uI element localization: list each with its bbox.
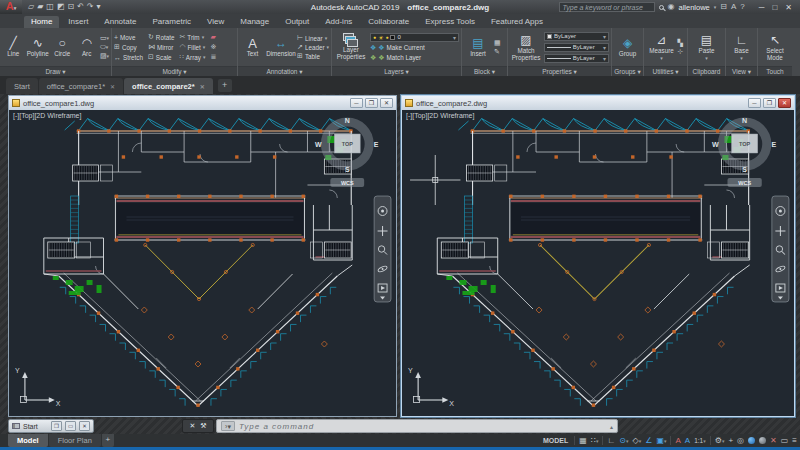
model-space-toggle[interactable]: MODEL bbox=[543, 437, 568, 444]
search-input[interactable]: Type a keyword or phrase bbox=[559, 2, 655, 12]
snap-mode-icon[interactable]: ∷▾ bbox=[591, 434, 599, 448]
app-menu-button[interactable]: A▾ bbox=[0, 0, 22, 14]
linetype-select[interactable]: ByLayer▾ bbox=[544, 54, 609, 63]
move-button[interactable]: +Move bbox=[114, 33, 143, 41]
floor-plan-drawing[interactable]: WNESTOPWCSXY bbox=[402, 110, 794, 416]
ribbon-tab-collaborate[interactable]: Collaborate bbox=[361, 16, 416, 28]
copy-button[interactable]: ⊞Copy bbox=[114, 43, 143, 51]
panel-title-utilities[interactable]: Utilities ▾ bbox=[644, 66, 687, 76]
redo-icon[interactable]: ↷ bbox=[87, 0, 94, 14]
ribbon-tab-output[interactable]: Output bbox=[278, 16, 316, 28]
customize-plus-icon[interactable]: + bbox=[728, 434, 733, 447]
viewcube-wcs-label[interactable]: WCS bbox=[341, 180, 354, 186]
drawing-window-titlebar[interactable]: office_compare2.dwg ─ ❐ ✕ bbox=[402, 96, 794, 110]
ribbon-tab-featured-apps[interactable]: Featured Apps bbox=[484, 16, 550, 28]
viewcube-north[interactable]: N bbox=[345, 117, 350, 124]
new-layout-button[interactable]: + bbox=[102, 434, 114, 447]
file-tab-start[interactable]: Start bbox=[6, 78, 38, 94]
command-recent-icon[interactable]: ›▾ bbox=[221, 421, 235, 431]
close-app-icon[interactable]: ✕ bbox=[785, 3, 792, 12]
linear-button[interactable]: ⊢Linear▾ bbox=[297, 34, 329, 42]
arc-button[interactable]: ◠ Arc bbox=[75, 36, 97, 58]
viewcube-top-label[interactable]: TOP bbox=[342, 141, 353, 147]
isometric-drafting-icon[interactable]: ◇▾ bbox=[633, 434, 642, 448]
command-line-input[interactable]: ›▾ Type a command ▴ bbox=[216, 419, 618, 433]
model-space-canvas[interactable]: WNESTOPWCSXY [-][Top][2D Wireframe] bbox=[9, 110, 396, 416]
ribbon-tab-addins[interactable]: Add-ins bbox=[318, 16, 359, 28]
viewcube-north[interactable]: N bbox=[742, 117, 747, 124]
rectangle-tool-icon[interactable]: ▭▾ bbox=[100, 34, 109, 42]
annotation-visibility-icon[interactable]: A bbox=[675, 434, 680, 447]
command-customize-wrench-icon[interactable]: ⚒ bbox=[200, 422, 206, 430]
ribbon-tab-manage[interactable]: Manage bbox=[233, 16, 276, 28]
new-icon[interactable]: ▱ bbox=[28, 0, 34, 14]
panel-title-draw[interactable]: Draw ▾ bbox=[0, 66, 111, 76]
file-tab-office-compare1[interactable]: office_compare1*✕ bbox=[39, 78, 123, 94]
window-close-icon[interactable]: ✕ bbox=[778, 98, 791, 108]
clean-screen-icon[interactable]: ▭ bbox=[781, 434, 789, 447]
panel-title-block[interactable]: Block ▾ bbox=[462, 66, 507, 76]
window-minimize-icon[interactable]: ─ bbox=[350, 98, 363, 108]
command-expand-icon[interactable]: ▴ bbox=[610, 423, 613, 430]
line-button[interactable]: ╱ Line bbox=[2, 36, 24, 58]
viewcube-west[interactable]: W bbox=[712, 141, 719, 148]
insert-button[interactable]: ▤ Insert bbox=[464, 36, 492, 58]
point-icon[interactable]: ⊹ bbox=[678, 48, 684, 56]
drawing-window-office-compare1[interactable]: office_compare1.dwg ─ ❐ ✕ WNESTOPWCSXY [… bbox=[8, 95, 397, 417]
group-button[interactable]: ◈ Group bbox=[614, 36, 641, 58]
panel-title-layers[interactable]: Layers ▾ bbox=[332, 66, 461, 76]
new-drawing-tab-button[interactable]: + bbox=[218, 79, 232, 92]
measure-button[interactable]: ⊿ Measure▾ bbox=[648, 33, 676, 61]
ribbon-tab-annotate[interactable]: Annotate bbox=[97, 16, 143, 28]
hardware-acceleration-icon[interactable] bbox=[759, 437, 766, 444]
lineweight-select[interactable]: ByLayer▾ bbox=[544, 43, 609, 52]
window-restore-icon[interactable]: ❐ bbox=[365, 98, 378, 108]
start-window-minimized-bar[interactable]: Start ❐ ▭ ✕ bbox=[8, 419, 94, 433]
select-mode-button[interactable]: ↖ Select Mode bbox=[761, 33, 789, 62]
floor-plan-drawing[interactable]: WNESTOPWCSXY bbox=[9, 110, 396, 416]
ribbon-tab-view[interactable]: View bbox=[200, 16, 231, 28]
hatch-tool-icon[interactable]: ▨▾ bbox=[100, 52, 109, 60]
match-layer-button[interactable]: ❖❖Match Layer bbox=[370, 54, 459, 62]
annotation-autoscale-icon[interactable]: A bbox=[685, 434, 690, 447]
panel-title-properties[interactable]: Properties ▾ bbox=[508, 66, 611, 76]
drawing-window-office-compare2[interactable]: office_compare2.dwg ─ ❐ ✕ WNESTOPWCSXY [… bbox=[401, 95, 795, 417]
polar-tracking-icon[interactable]: ⊙▾ bbox=[619, 434, 628, 448]
ribbon-tab-express-tools[interactable]: Express Tools bbox=[418, 16, 482, 28]
grid-display-icon[interactable]: ▦ bbox=[579, 434, 587, 447]
ribbon-tab-home[interactable]: Home bbox=[24, 16, 59, 28]
polyline-button[interactable]: ∿ Polyline bbox=[26, 36, 48, 58]
user-caret-icon[interactable]: ▾ bbox=[714, 0, 717, 14]
leader-button[interactable]: ↗Leader▾ bbox=[297, 43, 329, 51]
viewcube-wcs-label[interactable]: WCS bbox=[738, 180, 751, 186]
app-store-cart-icon[interactable]: ⊟ bbox=[720, 0, 727, 14]
fillet-button[interactable]: ◠Fillet▾ bbox=[179, 43, 205, 51]
ribbon-tab-insert[interactable]: Insert bbox=[61, 16, 95, 28]
qat-customize-caret-icon[interactable]: ▾ bbox=[97, 0, 101, 14]
quick-select-icon[interactable]: ▚ bbox=[678, 39, 684, 47]
circle-button[interactable]: ○ Circle bbox=[51, 36, 73, 58]
window-close-icon[interactable]: ✕ bbox=[380, 98, 393, 108]
start-restore-icon[interactable]: ❐ bbox=[51, 421, 62, 431]
isolate-objects-icon[interactable]: ◎ bbox=[737, 434, 744, 447]
drawing-window-titlebar[interactable]: office_compare1.dwg ─ ❐ ✕ bbox=[9, 96, 396, 110]
graphics-performance-icon[interactable] bbox=[748, 437, 755, 444]
undo-icon[interactable]: ↶ bbox=[77, 0, 84, 14]
layer-select[interactable]: ● ☀ ● 0 ▾ bbox=[370, 33, 459, 42]
explode-icon[interactable]: ※ bbox=[210, 43, 216, 51]
viewcube-east[interactable]: E bbox=[374, 141, 379, 148]
ortho-mode-icon[interactable]: ∟ bbox=[607, 434, 615, 447]
base-button[interactable]: ∟ Base▾ bbox=[728, 33, 755, 61]
object-snap-icon[interactable]: ▣▾ bbox=[656, 434, 666, 448]
ellipse-tool-icon[interactable]: ⬭▾ bbox=[100, 43, 109, 51]
object-color-select[interactable]: ByLayer▾ bbox=[544, 32, 609, 41]
trim-button[interactable]: ✂Trim▾ bbox=[179, 33, 205, 41]
panel-title-view[interactable]: View ▾ bbox=[726, 66, 757, 76]
erase-icon[interactable]: ▰ bbox=[210, 33, 216, 41]
save-as-icon[interactable]: ◩ bbox=[57, 0, 65, 14]
save-icon[interactable]: ◫ bbox=[46, 0, 54, 14]
panel-title-groups[interactable]: Groups ▾ bbox=[612, 66, 643, 76]
panel-title-modify[interactable]: Modify ▾ bbox=[112, 66, 237, 76]
mirror-button[interactable]: ⋈Mirror bbox=[148, 43, 174, 51]
scale-button[interactable]: ⊡Scale bbox=[148, 53, 174, 61]
